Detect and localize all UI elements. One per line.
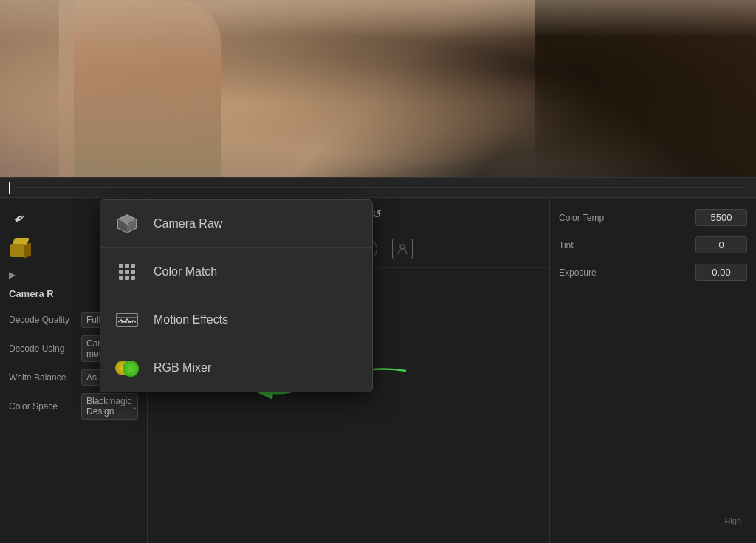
white-balance-label: White Balance: [9, 372, 75, 383]
color-space-value: Blackmagic Design: [86, 396, 131, 417]
motion-effects-menu-icon: [114, 307, 140, 333]
svg-point-8: [400, 245, 405, 249]
cube-icon: [9, 239, 30, 260]
cube-gold-icon: [9, 238, 30, 262]
color-match-grid-icon: [119, 264, 135, 280]
menu-item-rgb-mixer[interactable]: RGB Mixer: [100, 344, 372, 392]
menu-item-motion-effects[interactable]: Motion Effects: [100, 296, 372, 344]
camera-raw-icon-svg: [115, 212, 139, 236]
photo-sky: [0, 0, 756, 37]
color-space-arrow: ⌄: [131, 403, 137, 411]
decode-using-label: Decode Using: [9, 344, 75, 354]
color-temp-value[interactable]: 5500: [695, 209, 747, 226]
color-match-menu-label: Color Match: [154, 265, 217, 279]
rgb-mixer-circles-icon: [114, 355, 140, 381]
color-temp-row: Color Temp 5500: [559, 207, 747, 228]
high-label: High: [724, 516, 741, 525]
rgb-mixer-menu-label: RGB Mixer: [154, 361, 211, 375]
timeline-cursor[interactable]: [9, 182, 10, 194]
tint-label: Tint: [559, 240, 574, 250]
camera-raw-menu-icon: [114, 211, 140, 237]
color-space-dropdown[interactable]: Blackmagic Design ⌄: [81, 393, 138, 420]
color-space-label: Color Space: [9, 401, 75, 411]
dropdown-menu: Camera Raw Color Match: [100, 199, 373, 392]
exposure-label: Exposure: [559, 267, 597, 278]
photo-preview: [0, 0, 756, 177]
person-button[interactable]: [392, 239, 413, 259]
color-temp-label: Color Temp: [559, 213, 604, 223]
eyedropper-icon: ✒: [9, 208, 30, 229]
timeline-track[interactable]: [13, 187, 747, 188]
photo-light-figure: [59, 0, 221, 177]
camera-raw-menu-label: Camera Raw: [154, 217, 222, 230]
tint-row: Tint 0: [559, 234, 747, 256]
color-space-row: Color Space Blackmagic Design ⌄: [0, 389, 147, 423]
menu-item-camera-raw[interactable]: Camera Raw: [100, 200, 372, 248]
right-panel: Color Temp 5500 Tint 0 Exposure 0.00 Hig…: [549, 198, 756, 543]
right-panel-spacer: High: [559, 289, 747, 534]
menu-item-color-match[interactable]: Color Match: [100, 248, 372, 296]
motion-effects-menu-label: Motion Effects: [154, 313, 228, 327]
timeline-bar: [0, 177, 756, 198]
exposure-value[interactable]: 0.00: [695, 264, 747, 281]
tint-value[interactable]: 0: [695, 236, 747, 253]
person-icon: [396, 242, 409, 256]
rgb-mixer-menu-icon: [114, 355, 140, 381]
motion-effects-icon-svg: [115, 310, 139, 329]
color-match-menu-icon: [114, 259, 140, 285]
decode-quality-label: Decode Quality: [9, 315, 75, 325]
exposure-row: Exposure 0.00: [559, 262, 747, 283]
